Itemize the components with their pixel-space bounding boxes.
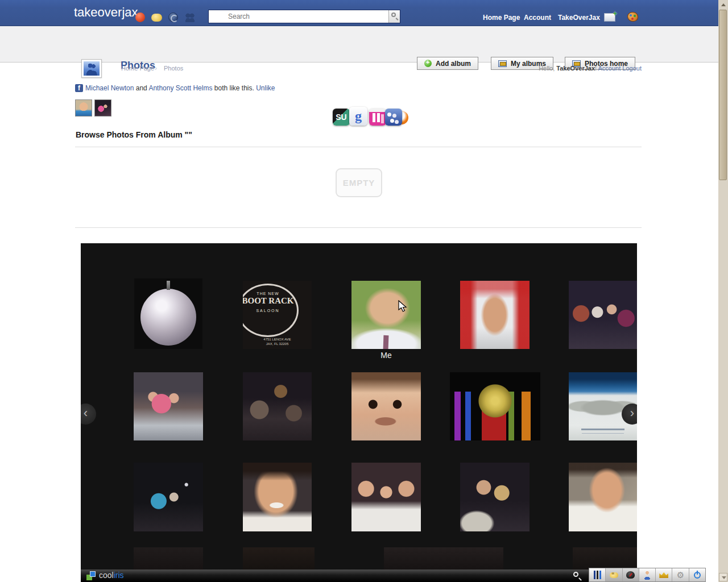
speedometer-icon: [626, 571, 635, 579]
facebook-like-row: f Michael Newton and Anthony Scott Helms…: [75, 84, 275, 92]
premium-button[interactable]: [656, 568, 672, 581]
user-greeting: Hello, TakeOverJax! Account Logout: [432, 65, 642, 72]
photo-partial[interactable]: [573, 547, 637, 569]
speech-bubble-icon: [610, 572, 618, 578]
sign-address2: JAX, FL 32205: [243, 342, 312, 346]
search-box: [208, 10, 400, 23]
top-navigation-bar: takeoverjax Home Page Account TakeOverJa…: [0, 0, 718, 26]
mouse-cursor-icon: [398, 300, 410, 313]
stumbleupon-icon[interactable]: SU: [333, 109, 350, 126]
photo-me[interactable]: [351, 281, 421, 349]
notification-icon[interactable]: [135, 13, 145, 22]
scrollbar-thumb[interactable]: [719, 10, 727, 180]
cooliris-bottom-bar: cooliris: [81, 569, 637, 582]
gear-icon: ⚙: [677, 571, 684, 579]
speed-button[interactable]: [623, 568, 639, 581]
photo-three-men[interactable]: [351, 463, 421, 531]
person-icon: [643, 571, 652, 580]
liker-avatar[interactable]: [94, 99, 111, 117]
power-button[interactable]: [689, 568, 705, 581]
cooliris-logo-icon: [86, 571, 96, 580]
settings-button[interactable]: ⚙: [672, 568, 689, 581]
site-logo[interactable]: takeoverjax: [74, 5, 138, 20]
photo-nightclub[interactable]: [243, 372, 312, 440]
photo-white-shirt-man[interactable]: [569, 463, 637, 531]
like-conjunction: and: [134, 84, 148, 92]
photo-partial[interactable]: [134, 547, 203, 569]
cooliris-photo-wall: THE NEW BOOT RACK SALOON 4751 LENOX AVE …: [81, 243, 637, 582]
equalizer-icon: [594, 571, 601, 579]
logout-link[interactable]: Logout: [622, 65, 642, 72]
plus-icon: [424, 60, 432, 67]
photo-boot-rack-saloon-sign[interactable]: THE NEW BOOT RACK SALOON 4751 LENOX AVE …: [243, 281, 312, 349]
photo-partial[interactable]: [243, 547, 315, 569]
mixx-icon[interactable]: [369, 109, 386, 126]
chat-icon[interactable]: [151, 14, 162, 22]
photo-child-face[interactable]: [351, 372, 421, 440]
photo-disco-ball[interactable]: [134, 278, 202, 349]
like-suffix: both like this.: [212, 84, 256, 92]
search-input[interactable]: [209, 10, 388, 23]
facebook-icon: f: [75, 84, 83, 92]
page: takeoverjax Home Page Account TakeOverJa…: [0, 0, 728, 582]
liker1-link[interactable]: Michael Newton: [85, 84, 134, 92]
greeting-prefix: Hello,: [539, 65, 556, 72]
wall-search-button[interactable]: [572, 571, 582, 581]
cooliris-cool: cool: [99, 571, 114, 580]
friends-icon[interactable]: [184, 13, 196, 22]
search-button[interactable]: [388, 10, 400, 23]
nav-home-page[interactable]: Home Page: [483, 14, 520, 22]
wall-prev-button[interactable]: ‹: [81, 404, 96, 425]
boot-rack-circle: THE NEW BOOT RACK SALOON: [243, 284, 299, 337]
sign-address1: 4751 LENOX AVE: [243, 338, 312, 341]
globe-icon[interactable]: [168, 13, 178, 22]
photo-partial[interactable]: [384, 547, 503, 569]
search-icon: [573, 572, 578, 577]
search-icon: [391, 13, 396, 17]
photo-me-caption: Me: [351, 351, 421, 360]
divider: [75, 147, 642, 147]
album-heading: Browse Photos From Album "": [76, 130, 192, 139]
profile-button[interactable]: [639, 568, 656, 581]
myspace-icon[interactable]: [385, 109, 402, 126]
page-header-band: Photos Add album My albums Photos home: [0, 26, 718, 63]
wall-toolbar: ⚙: [589, 568, 706, 582]
cooliris-iris: iris: [114, 571, 124, 580]
unlike-link[interactable]: Unlike: [256, 84, 275, 92]
sign-line2: BOOT RACK: [243, 296, 297, 306]
nav-takeoverjax[interactable]: TakeOverJax: [558, 14, 600, 22]
breadcrumb-home[interactable]: Home Page: [121, 65, 154, 72]
photo-smiling-man[interactable]: [243, 463, 312, 531]
scroll-up-arrow[interactable]: [719, 1, 727, 9]
sign-line1: THE NEW: [243, 292, 297, 296]
account-link[interactable]: Account: [598, 65, 621, 72]
palette-icon[interactable]: [627, 12, 638, 22]
power-icon: [694, 572, 701, 579]
like-text: Michael Newton and Anthony Scott Helms b…: [85, 84, 275, 92]
crown-icon: [659, 572, 668, 578]
google-share-icon[interactable]: g: [349, 107, 367, 126]
photos-app-icon: [81, 59, 102, 78]
photo-friends-night[interactable]: [134, 463, 203, 531]
scroll-down-arrow[interactable]: [719, 573, 727, 581]
breadcrumb-current[interactable]: Photos: [164, 65, 183, 72]
photo-couple-night[interactable]: [460, 463, 530, 531]
photos-app-icon-art: [84, 61, 100, 76]
divider: [75, 227, 642, 228]
photo-disco-dancers-graphic[interactable]: [450, 372, 540, 440]
greeting-username: TakeOverJax: [556, 65, 595, 72]
comments-button[interactable]: [606, 568, 622, 581]
sign-line3: SALOON: [243, 309, 297, 313]
nav-account[interactable]: Account: [524, 14, 551, 22]
liker2-link[interactable]: Anthony Scott Helms: [148, 84, 212, 92]
browser-scrollbar[interactable]: [718, 0, 728, 582]
photo-party-group[interactable]: [569, 281, 637, 349]
liker-avatar[interactable]: [75, 99, 92, 117]
breadcrumb-separator-icon: ›: [155, 64, 157, 72]
cooliris-wordmark[interactable]: cooliris: [99, 571, 124, 580]
equalizer-button[interactable]: [589, 568, 606, 581]
cooliris-blue-square: [90, 571, 96, 577]
photo-red-cape-man[interactable]: [460, 281, 530, 349]
photo-family-pink[interactable]: [134, 372, 203, 440]
add-photo-icon[interactable]: [604, 13, 615, 22]
